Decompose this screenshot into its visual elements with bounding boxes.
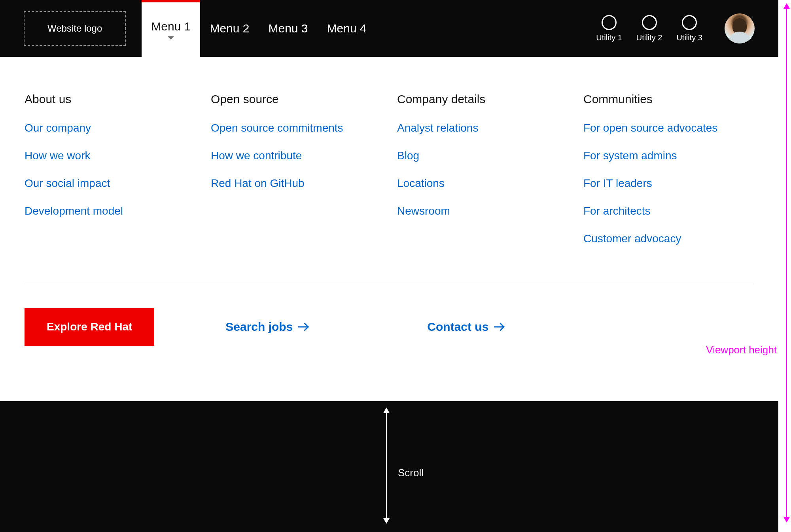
mega-menu-columns: About us Our company How we work Our soc…	[25, 92, 754, 260]
utility-circle-icon	[602, 15, 617, 30]
mega-menu-column-company-details: Company details Analyst relations Blog L…	[397, 92, 568, 260]
page-below-fold: Scroll	[0, 401, 778, 532]
menu-item-3[interactable]: Menu 3	[259, 0, 317, 57]
menu-label: Menu 2	[210, 22, 249, 35]
viewport-annotation	[786, 4, 787, 522]
mega-menu-link[interactable]: How we contribute	[211, 149, 381, 162]
mega-menu-link[interactable]: Red Hat on GitHub	[211, 177, 381, 190]
mega-menu-column-open-source: Open source Open source commitments How …	[211, 92, 381, 260]
mega-menu-link[interactable]: How we work	[25, 149, 195, 162]
mega-menu-link[interactable]: For system admins	[583, 149, 754, 162]
mega-menu-link[interactable]: Analyst relations	[397, 122, 568, 134]
mega-menu-link[interactable]: Customer advocacy	[583, 232, 754, 245]
menu-item-4[interactable]: Menu 4	[318, 0, 376, 57]
website-logo[interactable]: Website logo	[24, 11, 126, 46]
column-heading: Open source	[211, 92, 381, 106]
utility-label: Utility 2	[636, 33, 662, 42]
site-header: Website logo Menu 1 Menu 2 Menu 3 Menu 4…	[0, 0, 778, 57]
utility-nav: Utility 1 Utility 2 Utility 3	[596, 13, 755, 43]
utility-item-1[interactable]: Utility 1	[596, 15, 622, 42]
menu-item-2[interactable]: Menu 2	[200, 0, 259, 57]
avatar[interactable]	[725, 13, 755, 43]
mega-menu-link[interactable]: Locations	[397, 177, 568, 190]
primary-nav: Menu 1 Menu 2 Menu 3 Menu 4	[142, 0, 376, 57]
column-heading: Company details	[397, 92, 568, 106]
column-heading: Communities	[583, 92, 754, 106]
mega-menu-link[interactable]: Development model	[25, 205, 195, 217]
mega-menu-column-communities: Communities For open source advocates Fo…	[583, 92, 754, 260]
column-heading: About us	[25, 92, 195, 106]
mega-menu-panel: About us Our company How we work Our soc…	[0, 57, 778, 370]
utility-circle-icon	[682, 15, 697, 30]
utility-circle-icon	[642, 15, 657, 30]
utility-item-2[interactable]: Utility 2	[636, 15, 662, 42]
cta-link-label: Contact us	[427, 320, 488, 334]
divider	[25, 284, 754, 284]
mega-menu-link[interactable]: Newsroom	[397, 205, 568, 217]
mega-menu-link[interactable]: Our social impact	[25, 177, 195, 190]
menu-label: Menu 4	[327, 22, 367, 35]
mega-menu-link[interactable]: For IT leaders	[583, 177, 754, 190]
mega-menu-link[interactable]: Our company	[25, 122, 195, 134]
mega-menu-link[interactable]: For architects	[583, 205, 754, 217]
scroll-label: Scroll	[398, 467, 424, 479]
cta-row: Explore Red Hat Search jobs Contact us	[25, 308, 754, 346]
arrow-right-icon	[494, 322, 504, 332]
menu-label: Menu 1	[151, 20, 191, 33]
cta-link-label: Search jobs	[225, 320, 293, 334]
explore-button[interactable]: Explore Red Hat	[25, 308, 154, 346]
mega-menu-link[interactable]: Blog	[397, 149, 568, 162]
arrow-right-icon	[298, 322, 308, 332]
chevron-down-icon	[168, 36, 174, 40]
contact-us-link[interactable]: Contact us	[427, 320, 504, 334]
viewport-label: Viewport height	[706, 344, 777, 356]
menu-label: Menu 3	[268, 22, 308, 35]
menu-item-1[interactable]: Menu 1	[142, 0, 200, 57]
vertical-arrow-icon	[386, 408, 387, 523]
mega-menu-link[interactable]: Open source commitments	[211, 122, 381, 134]
mega-menu-column-about-us: About us Our company How we work Our soc…	[25, 92, 195, 260]
utility-label: Utility 3	[676, 33, 702, 42]
scroll-annotation: Scroll	[386, 408, 387, 523]
search-jobs-link[interactable]: Search jobs	[225, 320, 308, 334]
mega-menu-link[interactable]: For open source advocates	[583, 122, 754, 134]
utility-label: Utility 1	[596, 33, 622, 42]
utility-item-3[interactable]: Utility 3	[676, 15, 702, 42]
vertical-arrow-icon	[786, 4, 787, 522]
